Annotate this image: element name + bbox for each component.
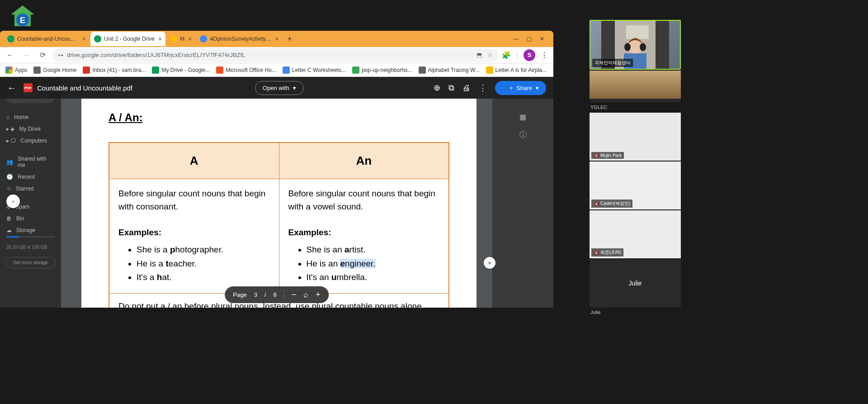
add-comment-button[interactable]: ＋: [484, 257, 495, 269]
pdf-icon: PDF: [24, 83, 33, 92]
bookmark-star-icon[interactable]: ☆: [487, 52, 493, 58]
sidebar-item-home[interactable]: ⌂Home: [0, 111, 61, 123]
bookmark-item[interactable]: Letter C Worksheets...: [283, 67, 346, 74]
zoom-out-button[interactable]: −: [292, 290, 297, 299]
bookmark-label: Microsoft Office Ho...: [226, 67, 276, 73]
bookmark-label: Inbox (41) - sam.bra...: [92, 67, 146, 73]
close-icon[interactable]: ×: [188, 35, 192, 43]
viewer-back-button[interactable]: ←: [7, 83, 16, 93]
tab-2[interactable]: M ×: [166, 32, 195, 46]
svg-point-8: [624, 43, 631, 51]
tab-favicon: [170, 35, 177, 43]
open-with-button[interactable]: Open with ▾: [255, 81, 304, 95]
sidebar-item-shared[interactable]: 👥Shared with me: [0, 153, 61, 171]
add-shortcut-icon[interactable]: ⧉: [448, 83, 454, 93]
bookmark-label: Letter A is for Airpla...: [495, 67, 547, 73]
install-icon[interactable]: ⬒: [476, 52, 482, 58]
maximize-button[interactable]: ▢: [527, 36, 532, 42]
url-input[interactable]: ⊶ drive.google.com/drive/folders/1XJ6TMr…: [52, 48, 498, 62]
url-text: drive.google.com/drive/folders/1XJ6TMrjc…: [67, 52, 245, 58]
new-tab-button[interactable]: +: [283, 34, 296, 44]
tab-label: Unit 2 - Google Drive: [104, 36, 155, 42]
bookmark-item[interactable]: Alphabet Tracing W...: [419, 67, 480, 74]
forward-button[interactable]: →: [20, 49, 33, 62]
sidebar-item-recent[interactable]: 🕘Recent: [0, 171, 61, 183]
close-icon[interactable]: ×: [158, 35, 162, 43]
speaker-tile[interactable]: 국제언어체험센터: [590, 20, 681, 70]
rule-text: Before singular count nouns that begin w…: [118, 187, 270, 213]
pdf-page: A / An: A An Before singular count nouns…: [81, 99, 476, 308]
apps-shortcut[interactable]: Apps: [5, 67, 27, 74]
bookmarks-overflow-icon[interactable]: »: [553, 67, 553, 73]
sidebar-item-computers[interactable]: ▸ 🖵Computers: [0, 135, 61, 147]
zoom-in-button[interactable]: +: [316, 290, 321, 299]
collapse-sidebar-button[interactable]: ‹: [6, 195, 20, 208]
video-tile[interactable]: 🔇Caden(박정민): [590, 162, 681, 209]
reload-button[interactable]: ⟳: [36, 49, 49, 62]
page-current[interactable]: 3: [254, 291, 257, 298]
video-tile-nameonly[interactable]: Julie: [590, 259, 681, 307]
tab-3[interactable]: 4OpinionSurveyActivity-FoodA ×: [196, 32, 282, 46]
bookmark-item[interactable]: Microsoft Office Ho...: [216, 67, 276, 74]
muted-icon: 🔇: [594, 250, 599, 255]
bookmark-item[interactable]: pop-up-neighborho...: [352, 67, 412, 74]
video-thumb: [590, 71, 681, 99]
apps-icon: [5, 67, 13, 74]
pdf-canvas-area[interactable]: A / An: A An Before singular count nouns…: [61, 99, 492, 308]
extensions-icon[interactable]: 🧩: [502, 51, 511, 59]
example-item: She is a photographer.: [137, 243, 270, 257]
bookmark-item[interactable]: Letter A is for Airpla...: [486, 67, 547, 74]
close-icon[interactable]: ×: [82, 35, 86, 43]
storage-upsell-button[interactable]: Get more storage: [5, 257, 56, 268]
participant-caption: YGLEC: [590, 103, 681, 113]
add-to-drive-icon[interactable]: ⊕: [434, 83, 440, 93]
examples-label: Examples:: [118, 226, 270, 239]
info-icon[interactable]: ⓘ: [492, 126, 553, 144]
computer-icon: ▸ 🖵: [6, 138, 16, 144]
document-title: Countable and Uncountable.pdf: [37, 84, 132, 92]
drive-sidebar: ＋ New ⌂Home ▸ ◈My Drive ▸ 🖵Computers 👥Sh…: [0, 77, 61, 308]
video-tile-yglec[interactable]: [590, 71, 681, 102]
bookmark-favicon: [216, 67, 223, 74]
tab-1[interactable]: Unit 2 - Google Drive ×: [90, 32, 165, 46]
zoom-reset-button[interactable]: ⌕: [303, 290, 308, 299]
bookmarks-bar: Apps Google Home Inbox (41) - sam.bra...…: [0, 63, 553, 77]
bookmark-favicon: [152, 67, 159, 74]
video-tile[interactable]: 🔇최준(JUN): [590, 210, 681, 258]
drive-viewer: ＋ New ⌂Home ▸ ◈My Drive ▸ 🖵Computers 👥Sh…: [0, 77, 553, 308]
bookmark-favicon: [33, 67, 41, 74]
sidebar-item-mydrive[interactable]: ▸ ◈My Drive: [0, 123, 61, 135]
example-item: It's an umbrella.: [307, 271, 440, 284]
close-icon[interactable]: ×: [275, 35, 278, 43]
sidebar-item-starred[interactable]: ☆Starred: [0, 183, 61, 195]
bookmark-item[interactable]: My Drive - Google...: [152, 67, 210, 74]
sidebar-item-storage[interactable]: ☁Storage: [0, 224, 61, 236]
col-header-an: An: [279, 143, 449, 179]
page-total: 8: [273, 291, 276, 298]
sidebar-item-bin[interactable]: 🗑Bin: [0, 213, 61, 224]
bookmark-item[interactable]: Google Home: [33, 67, 76, 74]
grid-view-icon[interactable]: ▦: [492, 108, 553, 126]
more-icon[interactable]: ⋮: [479, 83, 487, 93]
bookmark-item[interactable]: Inbox (41) - sam.bra...: [83, 67, 146, 74]
back-button[interactable]: ←: [4, 49, 16, 62]
menu-icon[interactable]: ⋮: [541, 51, 548, 59]
print-icon[interactable]: 🖨: [462, 83, 471, 93]
close-button[interactable]: ✕: [540, 36, 544, 42]
video-tile[interactable]: 🔇Mujin Park: [590, 113, 681, 161]
participant-name-label: 🔇최준(JUN): [591, 248, 623, 257]
svg-text:E: E: [20, 16, 25, 25]
muted-icon: 🔇: [594, 153, 599, 158]
muted-icon: 🔇: [594, 201, 599, 206]
example-item: It's a hat.: [137, 271, 270, 284]
minimize-button[interactable]: ―: [513, 36, 519, 42]
share-button[interactable]: 👤+ Share ▾: [495, 81, 546, 95]
cell-a: Before singular count nouns that begin w…: [109, 179, 279, 294]
site-info-icon[interactable]: ⊶: [58, 52, 63, 58]
bookmark-label: Alphabet Tracing W...: [428, 67, 480, 73]
star-icon: ☆: [6, 185, 11, 192]
sidebar-label: Recent: [18, 174, 35, 180]
example-item: She is an artist.: [307, 243, 440, 257]
tab-bar: Countable-and-Uncountable-n × Unit 2 - G…: [0, 31, 553, 47]
profile-avatar[interactable]: S: [524, 49, 535, 61]
